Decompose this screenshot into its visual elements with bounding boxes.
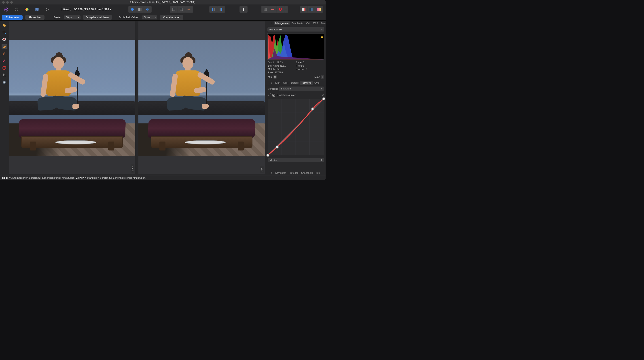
persona-photo-icon[interactable] [3,6,10,12]
magnet-icon[interactable] [277,6,284,12]
develop-button[interactable]: Entwickeln [2,15,22,20]
svg-rect-13 [212,8,213,11]
redeye-tool-icon[interactable] [2,37,7,42]
brush-tool-icon[interactable] [2,51,7,56]
whitebalance-tool-icon[interactable] [2,80,7,85]
traffic-lights [2,1,13,4]
raw-info-box: RAW ISO 200 ƒ13.0 38.0 mm 1/320 s [62,8,111,11]
main-toolbar: RAW ISO 200 ƒ13.0 38.0 mm 1/320 s [0,4,326,14]
ui-gradient-icon[interactable] [315,6,322,12]
after-label: Nach [131,164,134,173]
preset-row: Vorgabe: Standard [266,86,326,92]
tab-focus[interactable]: Fokus [320,21,326,25]
reset-icon[interactable]: ↺ [322,94,324,96]
ui-dark-icon[interactable] [308,6,315,12]
close-icon[interactable] [2,1,5,4]
svg-point-41 [323,98,325,100]
svg-rect-22 [311,8,313,11]
channel-select[interactable]: Alle Kanäle [268,27,324,32]
preset-select[interactable]: Standard [279,86,324,91]
crop-tool-icon[interactable] [2,72,7,78]
svg-rect-18 [271,9,274,10]
status-bar: Klick = Automatischen Bereich für Schönh… [0,175,326,180]
rotate-group [170,6,193,13]
grid-icon[interactable] [262,6,269,12]
view-split-icon[interactable] [136,6,144,12]
stat-level: Stufe: 0 [296,61,324,64]
tab-info[interactable]: Info [314,171,321,175]
minimize-icon[interactable] [6,1,9,4]
tab-history[interactable]: Protokoll [287,171,300,175]
drag-handle-icon[interactable]: ⋮⋮ [267,171,274,174]
status-klick: Klick [2,176,8,179]
overlay-brush-icon[interactable] [2,58,7,64]
tab-lens[interactable]: Objk [282,81,290,85]
persona-export-icon[interactable] [44,6,51,12]
persona-tone-icon[interactable] [34,6,41,12]
canvas-area: Nach Vor [8,20,266,175]
tab-exif[interactable]: EXIF [311,21,319,25]
width-select[interactable]: 50 px [64,16,80,20]
persona-liquify-icon[interactable] [13,6,20,12]
svg-point-2 [15,8,18,11]
blemish-select[interactable]: Ohne [142,16,157,20]
histogram-chart[interactable] [268,33,324,60]
ui-light-icon[interactable] [300,6,307,12]
tab-details[interactable]: Details [290,81,300,85]
rotate-cw-icon[interactable] [170,6,177,12]
flashlight-icon[interactable] [240,6,247,12]
view-before[interactable]: Vor [138,22,265,174]
flip-icon[interactable] [185,6,192,12]
persona-develop-icon[interactable] [23,6,30,12]
status-ziehen: Ziehen [76,176,84,179]
stat-percent: Prozent: 0 [296,68,324,70]
grid-snap-group [261,6,288,13]
svg-point-38 [267,154,269,156]
min-input[interactable]: 0 [274,75,276,79]
blemish-tool-icon[interactable] [2,44,7,49]
snap-menu-icon[interactable] [284,6,288,12]
status-text1: = Automatischen Bereich für Schönheitsfe… [8,176,76,179]
gradient-overlay-icon[interactable] [2,65,7,71]
curves-enable-checkbox[interactable]: ✓ [272,94,275,96]
tab-overlays[interactable]: Ove. [313,81,321,85]
view-after[interactable]: Nach [9,22,135,174]
max-input[interactable]: 1 [321,75,324,79]
view-mirror-icon[interactable] [144,6,151,12]
histogram-range: Min:0 Max:1 [266,75,326,80]
load-preset-button[interactable]: Vorgabe laden [160,15,183,20]
tab-histogram[interactable]: Histogramm [274,21,290,25]
svg-rect-9 [138,8,140,11]
tab-tones[interactable]: Tonwerte [300,81,313,85]
save-preset-button[interactable]: Vorgabe speichern [83,15,112,20]
tab-navigator[interactable]: Navigator [274,171,287,175]
maximize-icon[interactable] [10,1,13,4]
tab-location[interactable]: Ort [305,21,311,25]
hand-tool-icon[interactable] [2,22,7,28]
right-panel: ⋮⋮ Histogramm Bandbreite Ort EXIF Fokus … [266,20,326,175]
stat-pixelcount: Pixel: 317688 [268,71,296,74]
stat-mean: Durch.: 27.83 [268,61,296,64]
rotate-ccw-icon[interactable] [178,6,185,12]
curve-channel-select[interactable]: Master [268,158,324,162]
drag-handle-icon[interactable]: ⋮⋮ [267,22,274,24]
photo-before [138,40,265,156]
ruler-icon[interactable] [269,6,276,12]
clip-highlights-icon[interactable] [217,6,224,12]
svg-marker-1 [5,8,7,10]
svg-rect-23 [317,8,321,11]
curves-label: Gradationskurven [276,94,296,96]
zoom-tool-icon[interactable] [2,30,7,35]
view-single-icon[interactable] [129,6,136,12]
raw-badge: RAW [62,8,71,11]
clip-shadows-icon[interactable] [210,6,217,12]
tab-snapshots[interactable]: Snapshots [300,171,314,175]
tab-basic[interactable]: Einf. [274,81,282,85]
drag-handle-icon[interactable]: ⋮⋮ [267,82,274,84]
curves-chart[interactable] [268,99,324,155]
tab-bandwidth[interactable]: Bandbreite [290,21,304,25]
svg-point-3 [16,9,17,10]
svg-rect-14 [214,8,215,11]
status-text2: = Manuellen Bereich für Schönheitsfehler… [84,176,146,179]
cancel-button[interactable]: Abbrechen [25,15,44,20]
